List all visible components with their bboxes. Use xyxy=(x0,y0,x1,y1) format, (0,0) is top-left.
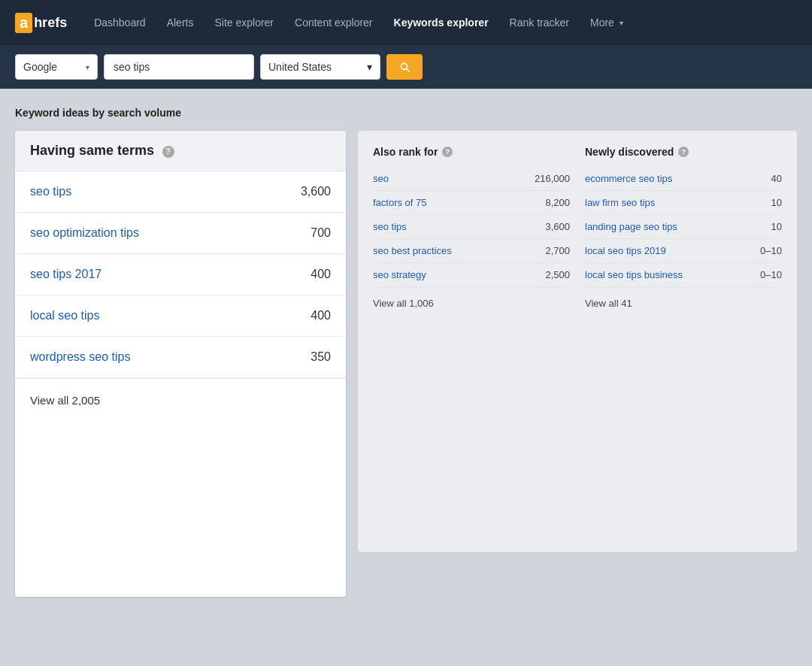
keyword-link-seo-tips-2017[interactable]: seo tips 2017 xyxy=(30,268,102,281)
logo[interactable]: a hrefs xyxy=(15,13,67,33)
newly-discovered-row[interactable]: ecommerce seo tips 40 xyxy=(585,167,782,191)
keyword-row[interactable]: wordpress seo tips 350 xyxy=(15,337,346,378)
also-rank-row[interactable]: seo strategy 2,500 xyxy=(373,263,570,287)
keyword-row[interactable]: local seo tips 400 xyxy=(15,295,346,337)
right-columns: Also rank for ? seo 216,000 factors of 7… xyxy=(373,146,782,309)
newly-discovered-row[interactable]: law firm seo tips 10 xyxy=(585,191,782,215)
also-rank-row[interactable]: seo tips 3,600 xyxy=(373,215,570,239)
also-rank-link-strategy[interactable]: seo strategy xyxy=(373,269,426,280)
nav-link-content-explorer[interactable]: Content explorer xyxy=(286,11,382,35)
keyword-volume-seo-opt-tips: 700 xyxy=(311,226,331,240)
navbar: a hrefs Dashboard Alerts Site explorer C… xyxy=(0,0,812,45)
newly-discovered-info-icon[interactable]: ? xyxy=(678,147,689,157)
newly-discovered-volume-landing: 10 xyxy=(771,221,782,232)
nav-links: Dashboard Alerts Site explorer Content e… xyxy=(85,11,797,35)
newly-discovered-header: Newly discovered ? xyxy=(585,146,782,158)
nav-link-more[interactable]: More ▾ xyxy=(581,11,632,35)
also-rank-row[interactable]: seo 216,000 xyxy=(373,167,570,191)
country-selector[interactable]: United States ▾ xyxy=(260,54,380,80)
keyword-volume-local-seo: 400 xyxy=(311,309,331,322)
right-panel: Also rank for ? seo 216,000 factors of 7… xyxy=(358,131,797,552)
also-rank-col: Also rank for ? seo 216,000 factors of 7… xyxy=(373,146,570,309)
newly-discovered-row[interactable]: local seo tips 2019 0–10 xyxy=(585,239,782,263)
keyword-list: seo tips 3,600 seo optimization tips 700… xyxy=(15,171,346,422)
nav-link-site-explorer[interactable]: Site explorer xyxy=(205,11,283,35)
also-rank-info-icon[interactable]: ? xyxy=(442,147,453,157)
nav-link-dashboard[interactable]: Dashboard xyxy=(85,11,155,35)
newly-discovered-volume-local-2019: 0–10 xyxy=(760,245,782,256)
newly-discovered-row[interactable]: landing page seo tips 10 xyxy=(585,215,782,239)
search-button[interactable] xyxy=(386,54,423,80)
country-chevron-icon: ▾ xyxy=(367,61,372,73)
nav-link-keywords-explorer[interactable]: Keywords explorer xyxy=(385,11,498,35)
also-rank-link-factors[interactable]: factors of 75 xyxy=(373,197,427,208)
nav-link-rank-tracker[interactable]: Rank tracker xyxy=(501,11,578,35)
keyword-volume-seo-tips-2017: 400 xyxy=(311,268,331,281)
logo-a-letter: a xyxy=(15,13,32,33)
search-bar: Google ▾ United States ▾ xyxy=(0,45,812,89)
also-rank-volume-seo-tips: 3,600 xyxy=(545,221,570,232)
keyword-row[interactable]: seo tips 2017 400 xyxy=(15,254,346,295)
keyword-link-wordpress-seo[interactable]: wordpress seo tips xyxy=(30,350,130,364)
logo-hrefs-text: hrefs xyxy=(34,15,67,31)
also-rank-volume-strategy: 2,500 xyxy=(545,269,570,280)
same-terms-header: Having same terms ? xyxy=(15,131,346,171)
same-terms-info-icon[interactable]: ? xyxy=(162,146,174,158)
newly-discovered-row[interactable]: local seo tips business 0–10 xyxy=(585,263,782,287)
newly-discovered-link-landing[interactable]: landing page seo tips xyxy=(585,221,677,232)
same-terms-card: Having same terms ? seo tips 3,600 seo o… xyxy=(15,131,346,597)
keyword-link-seo-tips[interactable]: seo tips xyxy=(30,185,71,198)
cards-container: Having same terms ? seo tips 3,600 seo o… xyxy=(15,131,797,597)
search-icon xyxy=(398,61,411,73)
newly-discovered-link-lawfirm[interactable]: law firm seo tips xyxy=(585,197,655,208)
keyword-row[interactable]: seo optimization tips 700 xyxy=(15,213,346,254)
keyword-volume-seo-tips: 3,600 xyxy=(301,185,331,198)
also-rank-row[interactable]: seo best practices 2,700 xyxy=(373,239,570,263)
engine-chevron-icon: ▾ xyxy=(86,63,89,71)
view-all-also-rank[interactable]: View all 1,006 xyxy=(373,298,570,309)
main-content: Keyword ideas by search volume Having sa… xyxy=(0,89,812,660)
also-rank-header: Also rank for ? xyxy=(373,146,570,158)
also-rank-volume-seo: 216,000 xyxy=(535,173,570,184)
newly-discovered-link-local-business[interactable]: local seo tips business xyxy=(585,269,683,280)
keyword-row[interactable]: seo tips 3,600 xyxy=(15,171,346,213)
newly-discovered-volume-local-business: 0–10 xyxy=(760,269,782,280)
newly-discovered-volume-ecommerce: 40 xyxy=(771,173,782,184)
newly-discovered-volume-lawfirm: 10 xyxy=(771,197,782,208)
section-title: Keyword ideas by search volume xyxy=(15,107,797,119)
engine-label: Google xyxy=(23,61,57,73)
newly-discovered-link-local-2019[interactable]: local seo tips 2019 xyxy=(585,245,666,256)
view-all-newly-discovered[interactable]: View all 41 xyxy=(585,298,782,309)
view-all-same-terms[interactable]: View all 2,005 xyxy=(15,378,346,422)
also-rank-link-seo[interactable]: seo xyxy=(373,173,389,184)
chevron-down-icon: ▾ xyxy=(620,19,623,27)
also-rank-volume-best-practices: 2,700 xyxy=(545,245,570,256)
keyword-link-seo-opt-tips[interactable]: seo optimization tips xyxy=(30,226,139,240)
also-rank-link-best-practices[interactable]: seo best practices xyxy=(373,245,452,256)
newly-discovered-link-ecommerce[interactable]: ecommerce seo tips xyxy=(585,173,672,184)
newly-discovered-col: Newly discovered ? ecommerce seo tips 40… xyxy=(585,146,782,309)
also-rank-volume-factors: 8,200 xyxy=(545,197,570,208)
engine-selector[interactable]: Google ▾ xyxy=(15,54,98,80)
also-rank-row[interactable]: factors of 75 8,200 xyxy=(373,191,570,215)
nav-link-alerts[interactable]: Alerts xyxy=(158,11,203,35)
country-label: United States xyxy=(268,61,332,73)
also-rank-link-seo-tips[interactable]: seo tips xyxy=(373,221,407,232)
search-input[interactable] xyxy=(104,54,254,80)
same-terms-title: Having same terms xyxy=(30,143,154,158)
keyword-volume-wordpress-seo: 350 xyxy=(311,350,331,364)
keyword-link-local-seo[interactable]: local seo tips xyxy=(30,309,100,322)
